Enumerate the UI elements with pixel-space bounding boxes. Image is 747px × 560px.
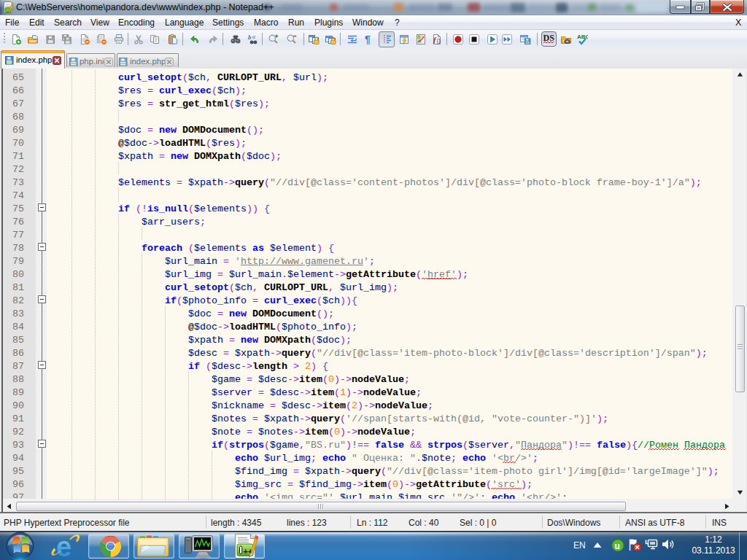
- svg-text:e: e: [56, 532, 71, 560]
- svg-text:b: b: [248, 34, 252, 41]
- svg-text:a: a: [252, 34, 255, 40]
- svg-text:¶: ¶: [365, 34, 371, 45]
- svg-text:u: u: [615, 541, 620, 551]
- svg-text:{}: {}: [437, 37, 441, 44]
